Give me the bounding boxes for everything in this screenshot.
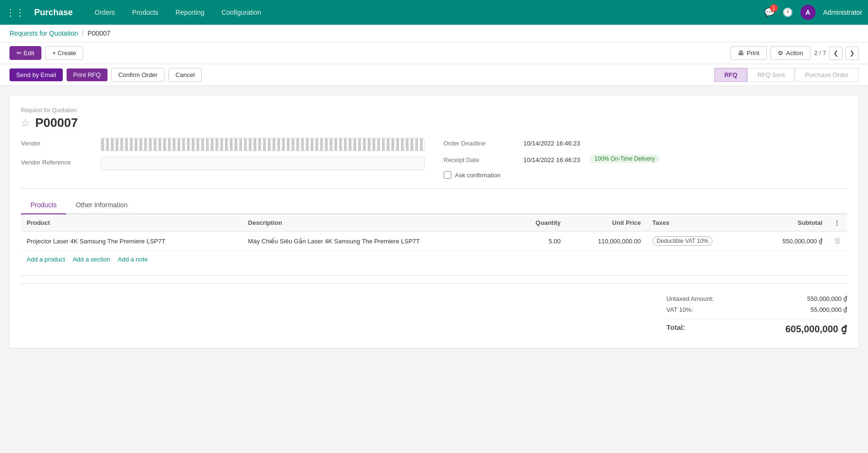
vendor-field-row: Vendor [21,138,425,151]
receipt-date-value: 10/14/2022 16:46:23 [524,154,580,165]
col-unit-price: Unit Price [566,214,647,231]
form-card: Request for Quotation ☆ P00007 Vendor Ve… [10,96,858,348]
vendor-reference-label: Vendor Reference [21,157,97,166]
action-button[interactable]: ⚙ Action [770,46,810,60]
print-rfq-button[interactable]: Print RFQ [67,68,107,81]
nav-orders[interactable]: Orders [90,6,120,19]
print-button[interactable]: 🖶 Print [731,46,767,60]
cell-subtotal: 550,000,000 ₫ [752,231,828,251]
on-time-badge: 100% On-Time Delivery [590,154,660,163]
col-taxes: Taxes [647,214,752,231]
totals-table: Untaxed Amount: 550,000,000 ₫ VAT 10%: 5… [666,293,847,337]
create-button[interactable]: + Create [45,46,83,60]
main-content: Request for Quotation ☆ P00007 Vendor Ve… [0,86,868,453]
add-links: Add a product Add a section Add a note [21,251,847,268]
form-separator [21,188,847,189]
pagination-info: 2 / 7 [814,49,826,57]
cell-description[interactable]: Máy Chiếu Siêu Gần Laser 4K Samsung The … [243,231,513,251]
vat-value: 55,000,000 ₫ [810,306,847,313]
next-arrow[interactable]: ❯ [845,47,858,60]
tab-products[interactable]: Products [21,196,66,214]
col-description: Description [243,214,513,231]
total-label: Total: [666,323,685,335]
tab-other-information[interactable]: Other Information [66,196,137,214]
status-steps: RFQ RFQ Sent Purchase Order [714,68,858,82]
ask-confirmation-row: Ask confirmation [444,171,848,179]
step-rfq-sent[interactable]: RFQ Sent [747,68,795,82]
tax-badge[interactable]: Deductible VAT 10% [653,236,713,246]
vendor-reference-input[interactable] [101,157,425,170]
table-row: Projector Laser 4K Samsung The Premiere … [21,231,847,251]
user-avatar[interactable]: A [800,5,816,20]
cell-quantity[interactable]: 5.00 [513,231,566,251]
app-grid-icon[interactable]: ⋮⋮ [6,7,25,18]
right-fields: Order Deadline 10/14/2022 16:46:23 Recei… [444,138,848,179]
user-name[interactable]: Administrator [823,9,862,16]
gear-icon: ⚙ [778,49,783,57]
delete-row-icon[interactable]: 🗑 [834,237,841,245]
order-deadline-label: Order Deadline [444,138,520,147]
pagination: 2 / 7 ❮ ❯ [814,47,858,60]
order-number: P00007 [35,116,78,130]
vat-label: VAT 10%: [666,306,693,313]
clock-icon[interactable]: 🕐 [782,7,793,18]
col-quantity: Quantity [513,214,566,231]
top-navigation: ⋮⋮ Purchase Orders Products Reporting Co… [0,0,868,25]
vendor-input[interactable] [101,138,425,151]
breadcrumb-separator: / [82,29,84,37]
breadcrumb: Requests for Quotation / P00007 [0,25,868,42]
left-fields: Vendor Vendor Reference [21,138,425,179]
status-bar: Send by Email Print RFQ Confirm Order Ca… [0,64,868,86]
send-email-button[interactable]: Send by Email [10,68,63,81]
tab-bar: Products Other Information [21,196,847,214]
grand-total-row: Total: 605,000,000 ₫ [666,319,847,337]
total-value: 605,000,000 ₫ [785,323,847,335]
ask-confirmation-label[interactable]: Ask confirmation [455,172,501,179]
ask-confirmation-checkbox[interactable] [444,171,451,179]
add-note-link[interactable]: Add a note [118,256,148,263]
action-bar: ✏ Edit + Create 🖶 Print ⚙ Action 2 / 7 ❮… [0,42,868,64]
step-rfq[interactable]: RFQ [714,68,747,82]
notification-badge: 1 [770,4,778,12]
cell-taxes: Deductible VAT 10% [647,231,752,251]
col-more-options[interactable]: ⋮ [828,214,847,231]
vat-row: VAT 10%: 55,000,000 ₫ [666,304,847,315]
receipt-date-label: Receipt Date [444,154,520,164]
cancel-button[interactable]: Cancel [168,68,202,82]
nav-products[interactable]: Products [127,6,163,19]
products-table: Product Description Quantity Unit Price … [21,214,847,251]
vendor-reference-field-row: Vendor Reference [21,157,425,170]
untaxed-label: Untaxed Amount: [666,295,714,302]
order-deadline-field-row: Order Deadline 10/14/2022 16:46:23 [444,138,848,149]
edit-button[interactable]: ✏ Edit [10,46,41,60]
breadcrumb-parent[interactable]: Requests for Quotation [10,29,78,37]
col-subtotal: Subtotal [752,214,828,231]
totals-section: Untaxed Amount: 550,000,000 ₫ VAT 10%: 5… [21,293,847,337]
nav-reporting[interactable]: Reporting [171,6,209,19]
add-section-link[interactable]: Add a section [73,256,110,263]
form-header: Request for Quotation ☆ P00007 [21,107,847,130]
vendor-label: Vendor [21,138,97,147]
confirm-order-button[interactable]: Confirm Order [111,68,165,82]
breadcrumb-current: P00007 [88,29,110,37]
add-product-link[interactable]: Add a product [27,256,65,263]
form-type-label: Request for Quotation [21,107,847,114]
receipt-date-field-row: Receipt Date 10/14/2022 16:46:23 100% On… [444,154,848,165]
untaxed-amount-row: Untaxed Amount: 550,000,000 ₫ [666,293,847,304]
app-name[interactable]: Purchase [34,8,73,18]
print-icon: 🖶 [738,49,744,57]
table-separator [21,275,847,276]
col-product: Product [21,214,243,231]
step-purchase-order[interactable]: Purchase Order [795,68,858,82]
cell-product[interactable]: Projector Laser 4K Samsung The Premiere … [21,231,243,251]
prev-arrow[interactable]: ❮ [829,47,842,60]
order-deadline-value: 10/14/2022 16:46:23 [524,138,580,149]
untaxed-value: 550,000,000 ₫ [807,295,847,302]
table-separator-2 [21,283,847,284]
nav-configuration[interactable]: Configuration [217,6,266,19]
chat-icon[interactable]: 💬 1 [764,7,775,18]
favorite-star-icon[interactable]: ☆ [21,117,30,129]
cell-unit-price[interactable]: 110,000,000.00 [566,231,647,251]
